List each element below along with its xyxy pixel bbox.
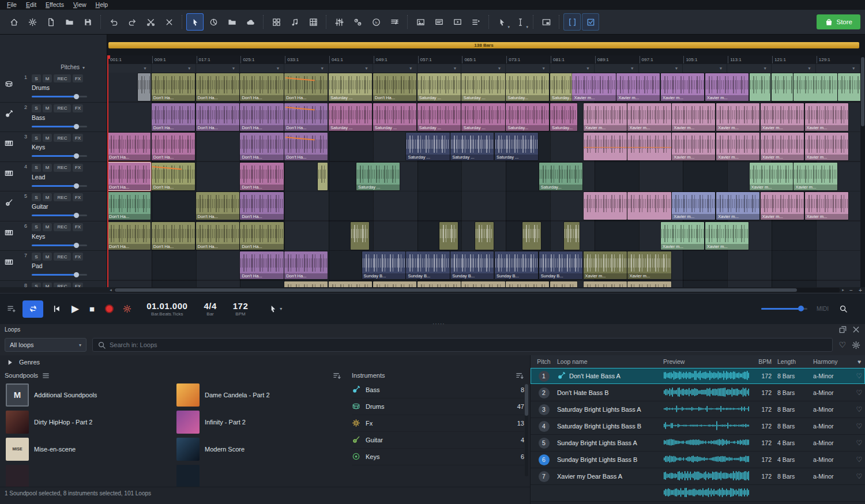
audio-clip[interactable] — [550, 281, 577, 288]
audio-clip[interactable] — [284, 281, 328, 288]
solo-button[interactable]: S — [32, 223, 41, 231]
loop-preview-waveform[interactable] — [663, 487, 751, 499]
track-header-keys[interactable]: 6SMRECFXKeys — [0, 221, 107, 251]
preview-volume-slider[interactable] — [761, 308, 807, 310]
solo-button[interactable]: S — [32, 253, 41, 261]
record-arm-button[interactable]: REC — [54, 193, 71, 201]
loops-search-input[interactable] — [110, 341, 828, 348]
audio-clip[interactable]: Don't Ha... — [240, 103, 283, 131]
fx-button[interactable]: FX — [73, 253, 83, 261]
audio-clip[interactable]: Xavier m... — [627, 103, 671, 131]
pip-view-icon[interactable] — [537, 13, 555, 31]
audio-clip[interactable] — [584, 133, 627, 160]
soundpool-item[interactable]: Modern Score — [175, 436, 341, 462]
pitch-badge[interactable]: 1 — [539, 371, 550, 382]
mute-button[interactable]: M — [43, 193, 52, 201]
track-header-lead[interactable]: 4SMRECFXLead — [0, 162, 107, 192]
section-marker-icon[interactable]: ▼ — [852, 66, 856, 70]
section-marker-icon[interactable]: ▼ — [143, 66, 147, 70]
home-icon[interactable] — [5, 13, 22, 31]
loop-toggle-button[interactable] — [22, 300, 43, 318]
audio-clip[interactable]: Don't Ha... — [107, 222, 151, 250]
audio-clip[interactable]: Don't Ha... — [284, 251, 328, 279]
section-marker-icon[interactable]: ▼ — [541, 66, 546, 70]
mute-button[interactable]: M — [43, 74, 52, 82]
audio-clip[interactable]: Xavier m... — [616, 73, 660, 101]
audio-clip[interactable]: Saturday ... — [356, 163, 400, 190]
audio-clip[interactable]: Saturday ... — [461, 73, 505, 101]
audio-clip[interactable]: Xavier m... — [805, 192, 848, 220]
new-project-icon[interactable] — [42, 13, 59, 31]
cloud-import-icon[interactable] — [242, 13, 259, 31]
fx-button[interactable]: FX — [73, 104, 83, 112]
audio-clip[interactable]: Don't Ha... — [152, 133, 195, 160]
horizontal-scrollbar[interactable] — [114, 288, 840, 292]
instrument-item-fx[interactable]: Fx13 — [352, 415, 524, 432]
solo-button[interactable]: S — [32, 104, 41, 112]
record-arm-button[interactable]: REC — [54, 104, 71, 112]
favorite-icon[interactable]: ♡ — [853, 422, 865, 430]
track-header-drums[interactable]: 1SMRECFXDrums — [0, 73, 107, 103]
media-image-icon[interactable] — [412, 13, 429, 31]
track-header-guitar[interactable]: 5SMRECFXGuitar — [0, 191, 107, 221]
mute-button[interactable]: M — [43, 253, 52, 261]
audio-clip[interactable]: Xavier m... — [716, 103, 759, 131]
audio-clip[interactable] — [627, 133, 671, 160]
audio-clip[interactable]: Xavier m... — [716, 133, 759, 160]
project-folder-icon[interactable] — [223, 13, 240, 31]
matrix-grid-icon[interactable] — [304, 13, 322, 31]
audio-clip[interactable]: Sunday B... — [539, 251, 582, 279]
notation-icon[interactable] — [386, 13, 403, 31]
audio-clip[interactable]: Xavier m... — [705, 222, 749, 250]
mouse-mode-icon[interactable] — [186, 13, 204, 31]
scroll-left-icon[interactable]: ◂ — [107, 288, 114, 292]
audio-clip[interactable]: Don't Ha... — [240, 251, 283, 279]
audio-clip[interactable]: Don't Ha... — [152, 103, 195, 131]
loop-preview-waveform[interactable] — [663, 387, 751, 398]
audio-clip[interactable]: Sunday B... — [450, 251, 494, 279]
section-marker-icon[interactable]: ▼ — [187, 66, 191, 70]
loop-row[interactable]: 1Don't Hate Bass A1728 Barsa-Minor♡ — [531, 368, 865, 385]
audio-clip[interactable]: Saturday ... — [373, 103, 416, 131]
column-length[interactable]: Length — [777, 358, 813, 365]
favorites-filter-icon[interactable]: ♡ — [838, 340, 846, 349]
redo-icon[interactable] — [123, 13, 141, 31]
audio-clip[interactable]: Don't Ha... — [240, 163, 283, 190]
column-bpm[interactable]: BPM — [751, 358, 777, 365]
audio-clip[interactable]: Xavier m... — [805, 133, 848, 160]
soundpool-item[interactable]: Infinity - Part 2 — [175, 409, 341, 435]
column-loop-name[interactable]: Loop name — [557, 358, 663, 365]
add-arrangement-icon[interactable] — [7, 304, 16, 313]
loops-settings-icon[interactable] — [852, 341, 860, 349]
mute-button[interactable]: M — [43, 223, 52, 231]
store-button[interactable]: Store — [817, 14, 861, 29]
section-marker-icon[interactable]: ▼ — [630, 66, 634, 70]
pitch-badge[interactable]: 4 — [539, 421, 550, 432]
mute-button[interactable]: M — [43, 164, 52, 172]
soundpool-item[interactable]: Dirty HipHop - Part 2 — [5, 409, 171, 435]
audio-clip[interactable]: Saturday ... — [329, 73, 372, 101]
audio-clip[interactable] — [351, 222, 369, 250]
audio-clip[interactable]: Don't Ha... — [284, 73, 328, 101]
object-grid-icon[interactable] — [268, 13, 285, 31]
audio-clip[interactable] — [373, 281, 416, 288]
track-lane[interactable] — [107, 162, 860, 191]
text-tool-icon[interactable]: ▾ — [512, 13, 529, 31]
soundpool-item[interactable] — [5, 463, 171, 487]
favorite-icon[interactable]: ♡ — [853, 405, 865, 413]
audio-clip[interactable]: Sunday B... — [406, 251, 449, 279]
audio-clip[interactable]: Saturday... — [506, 73, 549, 101]
audio-clip[interactable]: Xavier m... — [584, 103, 627, 131]
audio-clip[interactable]: Don't Ha... — [284, 133, 328, 160]
track-header-pad[interactable]: 7SMRECFXPad — [0, 251, 107, 281]
solo-button[interactable]: S — [32, 193, 41, 201]
audio-clip[interactable]: Xavier m... — [761, 103, 804, 131]
section-marker-icon[interactable]: ▼ — [232, 66, 236, 70]
stop-button[interactable]: ■ — [89, 304, 95, 314]
audio-clip[interactable] — [584, 192, 627, 220]
audio-clip[interactable]: Don't Ha... — [196, 192, 239, 220]
audio-clip[interactable] — [439, 222, 458, 250]
track-volume-slider[interactable] — [32, 155, 87, 157]
instrument-item-bass[interactable]: Bass8 — [352, 382, 524, 398]
audio-clip[interactable]: Sunday B... — [362, 251, 405, 279]
